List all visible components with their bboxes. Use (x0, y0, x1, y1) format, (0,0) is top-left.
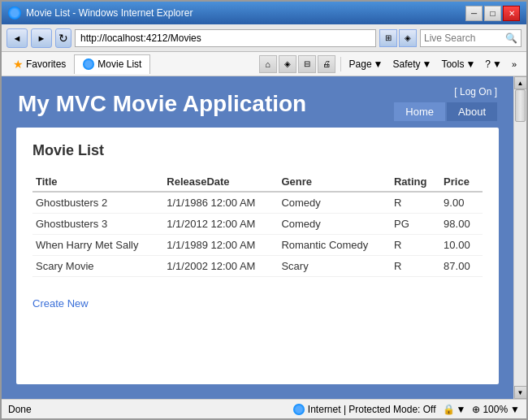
cell-title: When Harry Met Sally (32, 235, 163, 256)
col-releasedate: ReleaseDate (163, 171, 278, 192)
dropdown-arrow[interactable]: ▼ (457, 404, 466, 415)
scroll-track[interactable] (514, 89, 526, 386)
search-input[interactable] (424, 32, 505, 44)
safety-chevron: ▼ (422, 58, 432, 70)
col-genre: Genre (278, 171, 391, 192)
ie-icon (8, 6, 21, 19)
cell-genre: Scary (278, 256, 391, 277)
zoom-indicator[interactable]: ⊕ 100% ▼ (472, 404, 520, 415)
app-header: My MVC Movie Application [ Log On ] Home… (2, 76, 513, 128)
cell-releasedate: 1/1/1986 12:00 AM (163, 192, 278, 214)
logon-link[interactable]: Log On (460, 86, 491, 97)
cell-title: Ghostbusters 3 (32, 214, 163, 235)
nav-buttons: Home About (394, 102, 497, 121)
tab-label: Movie List (97, 58, 141, 70)
scroll-thumb[interactable] (515, 89, 526, 122)
back-button[interactable]: ◄ (6, 28, 28, 48)
cell-genre: Comedy (278, 192, 391, 214)
print-btn[interactable]: 🖨 (318, 55, 335, 73)
address-input[interactable] (75, 29, 376, 47)
zoom-chevron: ▼ (510, 404, 520, 415)
compatibility-btn[interactable]: ⊞ (379, 29, 397, 47)
cell-price: 10.00 (440, 235, 483, 256)
content-title: Movie List (32, 142, 483, 159)
rss-btn[interactable]: ◈ (399, 29, 417, 47)
search-box[interactable]: 🔍 (420, 29, 522, 47)
help-chevron: ▼ (492, 58, 502, 70)
cell-title: Ghostbusters 2 (32, 192, 163, 214)
tab-icon (83, 58, 94, 70)
logon-section: [ Log On ] (454, 86, 497, 97)
refresh-button[interactable]: ↻ (55, 28, 71, 48)
page-content: My MVC Movie Application [ Log On ] Home… (2, 76, 513, 399)
create-new-link[interactable]: Create New (32, 297, 89, 310)
cell-price: 9.00 (440, 192, 483, 214)
page-chevron: ▼ (374, 58, 383, 70)
browser-window: Movie List - Windows Internet Explorer ─… (0, 0, 528, 420)
logon-prefix: [ (454, 86, 460, 97)
maximize-button[interactable]: □ (484, 6, 501, 21)
cell-rating: PG (391, 214, 440, 235)
app-title: My MVC Movie Application (18, 91, 306, 117)
header-right: [ Log On ] Home About (394, 86, 497, 121)
col-rating: Rating (391, 171, 440, 192)
home-nav-button[interactable]: Home (394, 102, 445, 121)
status-right: Internet | Protected Mode: Off 🔒 ▼ ⊕ 100… (293, 404, 520, 415)
home-icon-btn[interactable]: ⌂ (259, 55, 277, 73)
status-text: Done (8, 404, 32, 415)
protected-mode-section: Internet | Protected Mode: Off (293, 404, 436, 415)
status-bar: Done Internet | Protected Mode: Off 🔒 ▼ … (2, 399, 526, 418)
scrollbar-vertical[interactable]: ▲ ▼ (513, 76, 526, 399)
table-row: Ghostbusters 21/1/1986 12:00 AMComedyR9.… (32, 192, 483, 214)
rss-icon-btn[interactable]: ◈ (279, 55, 296, 73)
tools-menu[interactable]: Tools ▼ (438, 57, 478, 71)
cell-releasedate: 1/1/2012 12:00 AM (163, 214, 278, 235)
page-menu[interactable]: Page ▼ (346, 57, 387, 71)
cell-releasedate: 1/1/1989 12:00 AM (163, 235, 278, 256)
zoom-level: 100% (483, 404, 508, 415)
title-bar: Movie List - Windows Internet Explorer ─… (2, 2, 526, 24)
help-menu[interactable]: ? ▼ (482, 57, 505, 71)
address-bar: ◄ ► ↻ ⊞ ◈ 🔍 (2, 24, 526, 52)
protected-mode-text: Internet | Protected Mode: Off (308, 404, 436, 415)
table-row: Ghostbusters 31/1/2012 12:00 AMComedyPG9… (32, 214, 483, 235)
tab-movie-list[interactable]: Movie List (74, 54, 150, 74)
table-row: When Harry Met Sally1/1/1989 12:00 AMRom… (32, 235, 483, 256)
star-icon: ★ (13, 58, 24, 71)
security-zone: 🔒 ▼ (443, 404, 466, 415)
tools-chevron: ▼ (465, 58, 475, 70)
about-nav-button[interactable]: About (447, 102, 497, 121)
cell-price: 87.00 (440, 256, 483, 277)
col-price: Price (440, 171, 483, 192)
table-header-row: Title ReleaseDate Genre Rating Price (32, 171, 483, 192)
scroll-down-arrow[interactable]: ▼ (514, 386, 527, 399)
content-box: Movie List Title ReleaseDate Genre Ratin… (16, 128, 499, 384)
print-preview-btn[interactable]: ⊟ (298, 55, 316, 73)
safety-menu[interactable]: Safety ▼ (389, 57, 435, 71)
cell-title: Scary Movie (32, 256, 163, 277)
security-icon: 🔒 (443, 404, 455, 415)
toolbar-icon-group: ⌂ ◈ ⊟ 🖨 (259, 55, 335, 73)
forward-button[interactable]: ► (31, 28, 52, 48)
search-icon: 🔍 (505, 32, 517, 44)
title-bar-left: Movie List - Windows Internet Explorer (8, 6, 193, 19)
status-ie-icon (293, 404, 305, 415)
minimize-button[interactable]: ─ (465, 6, 483, 21)
title-bar-text: Movie List - Windows Internet Explorer (26, 7, 193, 19)
cell-price: 98.00 (440, 214, 483, 235)
logon-suffix: ] (491, 86, 497, 97)
cell-rating: R (391, 235, 440, 256)
title-bar-buttons: ─ □ ✕ (465, 6, 520, 21)
expand-btn[interactable]: » (509, 58, 520, 71)
scroll-up-arrow[interactable]: ▲ (514, 76, 527, 89)
favorites-button[interactable]: ★ Favorites (8, 56, 71, 72)
cell-genre: Comedy (278, 214, 391, 235)
browser-content-area: My MVC Movie Application [ Log On ] Home… (2, 76, 526, 399)
toolbar: ★ Favorites Movie List ⌂ ◈ ⊟ 🖨 Page ▼ Sa… (2, 52, 526, 76)
cell-genre: Romantic Comedy (278, 235, 391, 256)
cell-rating: R (391, 192, 440, 214)
close-button[interactable]: ✕ (503, 6, 520, 21)
cell-releasedate: 1/1/2002 12:00 AM (163, 256, 278, 277)
table-row: Scary Movie1/1/2002 12:00 AMScaryR87.00 (32, 256, 483, 277)
page-inner: My MVC Movie Application [ Log On ] Home… (2, 76, 513, 399)
